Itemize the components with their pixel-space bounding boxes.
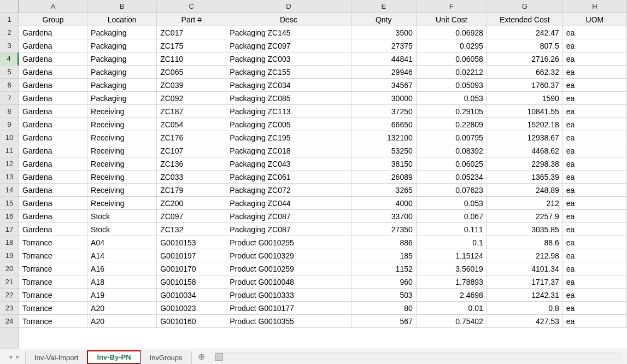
cell[interactable]: Product G0010259: [226, 262, 351, 275]
row-header[interactable]: 13: [0, 171, 19, 184]
cell[interactable]: Packaging ZC155: [226, 66, 351, 79]
cell[interactable]: A20: [87, 315, 157, 328]
cell[interactable]: ZC187: [157, 105, 226, 118]
cell[interactable]: 0.75402: [417, 315, 487, 328]
header-cell[interactable]: Unit Cost: [417, 13, 487, 26]
tab-nav-prev-icon[interactable]: ◄: [8, 354, 13, 360]
cell[interactable]: 80: [351, 302, 417, 315]
row-header[interactable]: 9: [0, 118, 19, 131]
cell[interactable]: 12938.67: [487, 131, 563, 144]
cell[interactable]: Packaging ZC087: [226, 210, 351, 223]
header-cell[interactable]: Desc: [226, 13, 351, 26]
cell[interactable]: 88.6: [487, 236, 563, 249]
cell[interactable]: Stock: [87, 210, 157, 223]
cell[interactable]: A18: [87, 275, 157, 289]
cell[interactable]: 960: [351, 275, 417, 289]
cell[interactable]: G0010170: [157, 262, 226, 275]
cell[interactable]: Packaging ZC097: [226, 39, 351, 52]
cell[interactable]: 0.0295: [417, 39, 487, 52]
cell[interactable]: Gardena: [19, 223, 87, 236]
cell[interactable]: Gardena: [19, 92, 87, 105]
cell[interactable]: Receiving: [87, 144, 157, 157]
row-header[interactable]: 8: [0, 105, 19, 118]
column-header-B[interactable]: B: [87, 0, 157, 13]
column-header-D[interactable]: D: [226, 0, 351, 13]
tab-nav-next-icon[interactable]: ►: [15, 354, 21, 360]
row-header[interactable]: 5: [0, 66, 19, 79]
cell[interactable]: Product G0010333: [226, 289, 351, 302]
cell[interactable]: Receiving: [87, 197, 157, 210]
cell[interactable]: 0.08392: [417, 144, 487, 157]
row-header[interactable]: 15: [0, 197, 19, 210]
cell[interactable]: Gardena: [19, 131, 87, 144]
column-header-F[interactable]: F: [417, 0, 487, 13]
cell[interactable]: ea: [563, 171, 627, 184]
cell[interactable]: Packaging: [87, 92, 157, 105]
row-header[interactable]: 10: [0, 131, 19, 144]
cell[interactable]: ea: [563, 315, 627, 328]
cell[interactable]: 0.05234: [417, 171, 487, 184]
column-header-E[interactable]: E: [351, 0, 417, 13]
cell[interactable]: 242.47: [487, 26, 563, 39]
cell[interactable]: Packaging ZC005: [226, 118, 351, 131]
cell[interactable]: Packaging ZC113: [226, 105, 351, 118]
cell[interactable]: ZC132: [157, 223, 226, 236]
cell[interactable]: Gardena: [19, 144, 87, 157]
cell[interactable]: Packaging ZC085: [226, 92, 351, 105]
cell[interactable]: 427.53: [487, 315, 563, 328]
cell[interactable]: Product G0010177: [226, 302, 351, 315]
add-sheet-button[interactable]: ⊕: [195, 351, 208, 362]
cell[interactable]: Gardena: [19, 118, 87, 131]
cell[interactable]: 1.78893: [417, 275, 487, 289]
cell[interactable]: 886: [351, 236, 417, 249]
cell[interactable]: ZC097: [157, 210, 226, 223]
cell[interactable]: ea: [563, 131, 627, 144]
cell[interactable]: ea: [563, 79, 627, 92]
cell[interactable]: Packaging ZC018: [226, 144, 351, 157]
row-header[interactable]: 6: [0, 79, 19, 92]
cell[interactable]: ea: [563, 118, 627, 131]
cell[interactable]: ZC110: [157, 52, 226, 66]
header-cell[interactable]: Part #: [157, 13, 226, 26]
cell[interactable]: Gardena: [19, 79, 87, 92]
sheet-tab[interactable]: Inv-By-PN: [87, 351, 140, 364]
cell[interactable]: 1760.37: [487, 79, 563, 92]
row-header[interactable]: 23: [0, 302, 19, 315]
cell[interactable]: Packaging ZC061: [226, 171, 351, 184]
row-header[interactable]: 4: [0, 52, 19, 66]
cell[interactable]: G0010023: [157, 302, 226, 315]
cell[interactable]: Gardena: [19, 52, 87, 66]
cell[interactable]: Packaging ZC072: [226, 184, 351, 197]
cell[interactable]: A04: [87, 236, 157, 249]
cell[interactable]: Torrance: [19, 275, 87, 289]
cell[interactable]: A16: [87, 262, 157, 275]
cell[interactable]: 248.89: [487, 184, 563, 197]
cell[interactable]: Gardena: [19, 210, 87, 223]
cell[interactable]: 567: [351, 315, 417, 328]
cell[interactable]: Product G0010329: [226, 249, 351, 262]
cell[interactable]: Packaging ZC003: [226, 52, 351, 66]
cell[interactable]: 0.06058: [417, 52, 487, 66]
cell[interactable]: ea: [563, 262, 627, 275]
cell[interactable]: ZC033: [157, 171, 226, 184]
cell[interactable]: 0.29105: [417, 105, 487, 118]
cell[interactable]: Torrance: [19, 262, 87, 275]
cell[interactable]: ZC136: [157, 157, 226, 171]
cell[interactable]: 27375: [351, 39, 417, 52]
cell[interactable]: 29946: [351, 66, 417, 79]
cell[interactable]: 1242.31: [487, 289, 563, 302]
cell[interactable]: ea: [563, 223, 627, 236]
cell[interactable]: Torrance: [19, 302, 87, 315]
cell[interactable]: 10841.55: [487, 105, 563, 118]
cell[interactable]: Gardena: [19, 66, 87, 79]
cell[interactable]: A20: [87, 302, 157, 315]
cell[interactable]: Torrance: [19, 249, 87, 262]
row-header[interactable]: 24: [0, 315, 19, 328]
cell[interactable]: Gardena: [19, 26, 87, 39]
cell[interactable]: A14: [87, 249, 157, 262]
horizontal-scrollbar-thumb[interactable]: [215, 353, 223, 361]
cell[interactable]: ZC065: [157, 66, 226, 79]
cell[interactable]: Packaging: [87, 66, 157, 79]
cell[interactable]: ZC179: [157, 184, 226, 197]
cell[interactable]: 4101.34: [487, 262, 563, 275]
